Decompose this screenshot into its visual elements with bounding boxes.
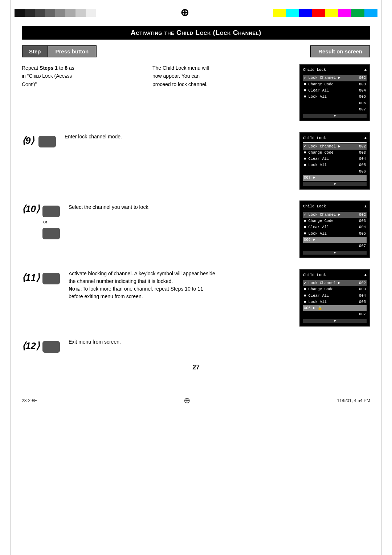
- button-9[interactable]: [38, 136, 56, 147]
- cs-dark1: [25, 9, 35, 17]
- footer-left: 23-29/E: [22, 398, 37, 403]
- or-text: or: [43, 219, 60, 224]
- step-number-9: ⟨9⟩: [22, 135, 36, 146]
- result-header: Result on screen: [310, 45, 370, 57]
- press-header: Press button: [48, 45, 97, 57]
- tv-bottom-bar-intro: ▼: [303, 114, 367, 118]
- step-10-desc: Select the channel you want to lock.: [69, 203, 218, 211]
- button-10b[interactable]: [42, 228, 60, 239]
- step-11-screen: Child Lock ▲ ✔ Lock Channel ►002 ■ Chang…: [218, 269, 370, 327]
- cs-yellow2: [325, 9, 338, 17]
- tv-down-arrow-11: ▼: [333, 319, 336, 323]
- tv-down-arrow-10: ▼: [333, 251, 336, 255]
- step-11-desc: Activate blocking of channel. A keylock …: [69, 269, 218, 300]
- tv-menu-item: ■ Clear All004: [303, 88, 367, 94]
- tv-menu-item: ■ Lock All005: [303, 94, 367, 100]
- intro-text-center: The Child Lock menu will now appear. You…: [152, 64, 218, 88]
- cs-gray1: [55, 9, 65, 17]
- tv-menu-item: ■ Change Code003: [303, 218, 367, 224]
- tv-menu-item: ■ Lock All005: [303, 299, 367, 305]
- tv-menu-11: Child Lock ▲ ✔ Lock Channel ►002 ■ Chang…: [303, 272, 367, 318]
- step-9-screen: Child Lock ▲ ✔ Lock Channel ►002 ■ Chang…: [218, 132, 370, 190]
- cs-magenta: [338, 9, 351, 17]
- tv-menu-item-highlighted: 006 ► 🔒: [303, 305, 367, 311]
- cs-green: [351, 9, 364, 17]
- tv-menu-item: 007: [303, 311, 367, 317]
- tv-menu-item: ■ Change Code003: [303, 286, 367, 292]
- cs-cyan: [286, 9, 299, 17]
- step-row-11: ⟨11⟩ Activate blocking of channel. A key…: [22, 269, 370, 327]
- button-10a[interactable]: [42, 206, 60, 217]
- tv-menu-item: ✔ Lock Channel ►002: [303, 75, 367, 81]
- cs-blue: [299, 9, 312, 17]
- footer-crosshair: ⊕: [184, 396, 190, 405]
- tv-menu-item: ✔ Lock Channel ►002: [303, 143, 367, 150]
- tv-screen-11: Child Lock ▲ ✔ Lock Channel ►002 ■ Chang…: [299, 269, 370, 327]
- tv-menu-title-10: Child Lock ▲: [303, 203, 367, 211]
- tv-menu-item: 007: [303, 106, 367, 113]
- cs-dark2: [35, 9, 45, 17]
- step-9-desc: Enter lock channel mode.: [65, 132, 218, 141]
- tv-menu-item: ■ Lock All005: [303, 162, 367, 168]
- tv-screen-10: Child Lock ▲ ✔ Lock Channel ►002 ■ Chang…: [299, 200, 370, 258]
- tv-menu-item: ■ Clear All004: [303, 293, 367, 299]
- step-row-10: ⟨10⟩ or Select the channel you want to l…: [22, 200, 370, 258]
- cs-dark3: [45, 9, 55, 17]
- intro-screen: Child Lock ▲ ✔ Lock Channel ►002 ■ Chang…: [225, 64, 370, 121]
- tv-menu-item: ■ Clear All004: [303, 224, 367, 230]
- tv-bottom-bar-11: ▼: [303, 319, 367, 323]
- color-strip-left: [15, 9, 96, 17]
- step-number-12: ⟨12⟩: [22, 340, 40, 352]
- button-12[interactable]: [42, 341, 60, 353]
- cs-lightblue: [364, 9, 377, 17]
- tv-menu-item: ■ Clear All004: [303, 156, 367, 162]
- cs-yellow: [273, 9, 286, 17]
- tv-menu-intro: Child Lock ▲ ✔ Lock Channel ►002 ■ Chang…: [303, 67, 367, 113]
- tv-screen-intro: Child Lock ▲ ✔ Lock Channel ►002 ■ Chang…: [299, 64, 370, 121]
- step-number-10: ⟨10⟩: [22, 203, 40, 215]
- table-header: Step Press button Result on screen: [22, 45, 370, 57]
- cs-black: [15, 9, 25, 17]
- tv-menu-item: 006: [303, 100, 367, 106]
- tv-menu-item-highlighted: 006 ►: [303, 237, 367, 243]
- tv-menu-item: ✔ Lock Channel ►002: [303, 212, 367, 218]
- footer-right: 11/9/01, 4:54 PM: [337, 398, 370, 403]
- tv-menu-item: ■ Lock All005: [303, 231, 367, 237]
- color-strip-right: [273, 9, 377, 17]
- tv-bottom-bar-10: ▼: [303, 251, 367, 255]
- tv-menu-item: ■ Change Code003: [303, 150, 367, 156]
- step-row-9: ⟨9⟩ Enter lock channel mode. Child Lock …: [22, 132, 370, 190]
- page-title: Activating the Child Lock (Lock Channel): [22, 26, 370, 40]
- tv-menu-item: ✔ Lock Channel ►002: [303, 280, 367, 286]
- intro-desc-text: The Child Lock menu will now appear. You…: [152, 64, 218, 88]
- tv-menu-title-9: Child Lock ▲: [303, 135, 367, 142]
- tv-screen-9: Child Lock ▲ ✔ Lock Channel ►002 ■ Chang…: [299, 132, 370, 190]
- step-row-12: ⟨12⟩ Exit menu from screen.: [22, 337, 370, 353]
- step-11-left: ⟨11⟩ Activate blocking of channel. A key…: [22, 269, 218, 300]
- tv-menu-title-11: Child Lock ▲: [303, 272, 367, 279]
- tv-down-arrow-9: ▼: [333, 182, 336, 186]
- intro-row: Repeat Steps 1 to 8 as in “Child Lock (A…: [22, 64, 370, 121]
- tv-menu-item: 007: [303, 243, 367, 249]
- tv-menu-item: 006: [303, 169, 367, 175]
- tv-menu-9: Child Lock ▲ ✔ Lock Channel ►002 ■ Chang…: [303, 135, 367, 181]
- top-color-bars: ⊕: [0, 0, 392, 19]
- tv-bottom-bar-9: ▼: [303, 182, 367, 186]
- step-12-left: ⟨12⟩ Exit menu from screen.: [22, 337, 218, 353]
- tv-menu-item-highlighted: 007 ►: [303, 175, 367, 181]
- cs-red: [312, 9, 325, 17]
- step-header: Step: [22, 45, 48, 57]
- step-9-left: ⟨9⟩ Enter lock channel mode.: [22, 132, 218, 147]
- cs-white: [86, 9, 96, 17]
- footer: 23-29/E ⊕ 11/9/01, 4:54 PM: [0, 393, 392, 408]
- step-12-desc: Exit menu from screen.: [69, 337, 218, 346]
- intro-repeat-text: Repeat Steps 1 to 8 as in “Child Lock (A…: [22, 64, 145, 88]
- intro-text-left: Repeat Steps 1 to 8 as in “Child Lock (A…: [22, 64, 145, 88]
- button-11[interactable]: [42, 273, 60, 284]
- tv-menu-title-intro: Child Lock ▲: [303, 67, 367, 74]
- cs-gray2: [65, 9, 75, 17]
- title-text: Activating the Child Lock (Lock Channel): [131, 29, 261, 36]
- step-10-screen: Child Lock ▲ ✔ Lock Channel ►002 ■ Chang…: [218, 200, 370, 258]
- tv-menu-10: Child Lock ▲ ✔ Lock Channel ►002 ■ Chang…: [303, 203, 367, 249]
- tv-down-arrow: ▼: [333, 114, 336, 118]
